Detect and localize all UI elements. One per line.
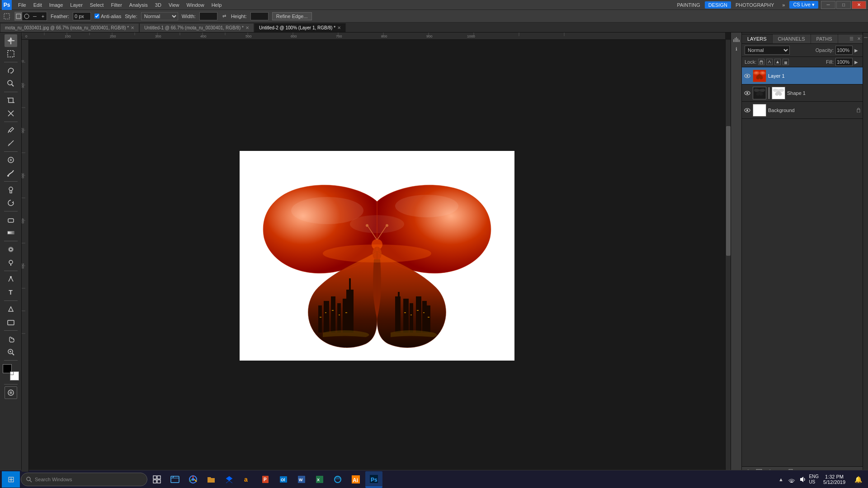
document-canvas[interactable] bbox=[240, 151, 514, 361]
taskbar-ie[interactable] bbox=[329, 471, 346, 488]
marquee-option-4[interactable]: + bbox=[39, 12, 47, 20]
fill-arrow[interactable]: ▶ bbox=[854, 59, 860, 65]
tab-paths[interactable]: PATHS bbox=[811, 34, 838, 43]
taskbar-illustrator[interactable]: Ai bbox=[347, 471, 364, 488]
zoom-tool[interactable] bbox=[5, 346, 17, 358]
crop-tool[interactable] bbox=[5, 94, 17, 107]
menu-file[interactable]: File bbox=[14, 1, 30, 9]
type-tool[interactable]: T bbox=[5, 286, 17, 299]
tab-0[interactable]: mota_ru_0030401.jpg @ 66.7% (mota_ru_003… bbox=[0, 23, 139, 32]
taskbar-clock[interactable]: 1:32 PM 5/12/2019 bbox=[821, 474, 848, 485]
photography-workspace-btn[interactable]: PHOTOGRAPHY bbox=[732, 1, 778, 9]
clone-stamp-tool[interactable] bbox=[5, 183, 17, 196]
menu-filter[interactable]: Filter bbox=[107, 1, 125, 9]
tab-2[interactable]: Untitled-2 @ 100% (Layer 1, RGB/8) * ✕ bbox=[254, 23, 346, 32]
blur-tool[interactable] bbox=[5, 243, 17, 256]
vertical-scrollbar[interactable] bbox=[725, 40, 731, 472]
tab-layers[interactable]: LAYERS bbox=[742, 34, 773, 43]
taskbar-amazon[interactable]: a bbox=[239, 471, 256, 488]
keyboard-icon[interactable]: ENG US bbox=[809, 474, 819, 485]
taskbar-powerpoint[interactable]: P bbox=[257, 471, 274, 488]
layer-item-layer1[interactable]: Layer 1 bbox=[742, 67, 863, 84]
gradient-tool[interactable] bbox=[5, 226, 17, 239]
eyedropper-tool[interactable] bbox=[5, 124, 17, 136]
hand-tool[interactable] bbox=[5, 333, 17, 345]
blend-mode-dropdown[interactable]: Normal Multiply Screen Overlay bbox=[745, 46, 790, 55]
taskbar-files[interactable] bbox=[203, 471, 220, 488]
layer-item-background[interactable]: Background bbox=[742, 102, 863, 119]
menu-image[interactable]: Image bbox=[46, 1, 67, 9]
info-btn[interactable]: ℹ bbox=[732, 44, 741, 53]
marquee-option-3[interactable]: ─ bbox=[31, 12, 38, 20]
menu-select[interactable]: Select bbox=[86, 1, 108, 9]
menu-help[interactable]: Help bbox=[208, 1, 226, 9]
panel-close-btn[interactable]: ✕ bbox=[855, 34, 863, 43]
swap-colors-btn[interactable] bbox=[10, 371, 14, 375]
refine-edge-button[interactable]: Refine Edge... bbox=[272, 12, 312, 20]
fill-input[interactable] bbox=[835, 58, 853, 66]
selection-tool[interactable] bbox=[5, 47, 17, 60]
opacity-input[interactable] bbox=[835, 46, 853, 55]
menu-layer[interactable]: Layer bbox=[66, 1, 86, 9]
move-tool[interactable] bbox=[5, 34, 17, 47]
lock-position-btn[interactable] bbox=[774, 59, 781, 65]
color-swatches[interactable] bbox=[3, 364, 19, 380]
ruler-tool[interactable] bbox=[5, 137, 17, 150]
shape1-visibility-icon[interactable] bbox=[744, 89, 751, 97]
path-selection-tool[interactable] bbox=[5, 303, 17, 315]
panel-menu-btn[interactable]: ☰ bbox=[848, 34, 855, 43]
lock-all-btn[interactable] bbox=[783, 59, 789, 65]
tab-2-close[interactable]: ✕ bbox=[337, 25, 341, 30]
background-visibility-icon[interactable] bbox=[744, 107, 751, 114]
cs-live-button[interactable]: CS Live ▾ bbox=[789, 1, 818, 9]
eraser-tool[interactable] bbox=[5, 213, 17, 226]
lock-transparent-btn[interactable] bbox=[758, 59, 764, 65]
marquee-option-2[interactable] bbox=[23, 12, 30, 20]
tab-channels[interactable]: CHANNELS bbox=[773, 34, 811, 43]
brush-tool[interactable] bbox=[5, 167, 17, 179]
taskbar-dropbox[interactable] bbox=[221, 471, 238, 488]
swap-dimensions-btn[interactable]: ⇄ bbox=[221, 12, 227, 20]
opacity-arrow[interactable]: ▶ bbox=[854, 47, 860, 54]
notification-btn[interactable]: 🔔 bbox=[850, 471, 866, 488]
height-input[interactable] bbox=[250, 12, 269, 20]
width-input[interactable] bbox=[199, 12, 217, 20]
taskbar-excel[interactable]: X bbox=[311, 471, 328, 488]
menu-analysis[interactable]: Analysis bbox=[126, 1, 151, 9]
menu-3d[interactable]: 3D bbox=[151, 1, 165, 9]
panel-scrollbar[interactable]: ▲ ▼ bbox=[863, 33, 868, 477]
network-icon[interactable] bbox=[787, 471, 796, 488]
panel-scroll-up[interactable]: ▲ bbox=[864, 37, 868, 38]
canvas-viewport[interactable] bbox=[29, 40, 725, 472]
layer1-visibility-icon[interactable] bbox=[744, 72, 751, 80]
healing-brush-tool[interactable] bbox=[5, 154, 17, 166]
taskbar-outlook[interactable]: Ol bbox=[275, 471, 292, 488]
taskbar-explorer[interactable] bbox=[166, 471, 184, 488]
quick-mask-btn[interactable] bbox=[5, 386, 17, 399]
history-brush-tool[interactable] bbox=[5, 197, 17, 209]
lock-image-btn[interactable] bbox=[766, 59, 773, 65]
histogram-btn[interactable] bbox=[732, 34, 741, 43]
taskbar-chrome[interactable] bbox=[184, 471, 202, 488]
v-scroll-thumb[interactable] bbox=[726, 126, 731, 256]
shape-tool[interactable] bbox=[5, 316, 17, 328]
taskbar-word[interactable]: W bbox=[293, 471, 310, 488]
canvas-area[interactable]: 0 100 200 300 400 500 600 700 800 900 10… bbox=[22, 33, 731, 477]
lasso-tool[interactable] bbox=[5, 64, 17, 77]
marquee-option-1[interactable] bbox=[15, 12, 22, 20]
task-view-btn[interactable] bbox=[148, 471, 165, 488]
feather-input[interactable] bbox=[73, 12, 91, 20]
quick-select-tool[interactable] bbox=[5, 77, 17, 90]
taskbar-search[interactable]: Search Windows bbox=[21, 473, 147, 486]
tab-0-close[interactable]: ✕ bbox=[131, 25, 134, 30]
menu-view[interactable]: View bbox=[165, 1, 183, 9]
layer-item-shape1[interactable]: Shape 1 bbox=[742, 84, 863, 102]
anti-alias-checkbox[interactable] bbox=[94, 14, 99, 19]
menu-window[interactable]: Window bbox=[183, 1, 208, 9]
close-btn[interactable]: ✕ bbox=[852, 1, 866, 9]
tab-1-close[interactable]: ✕ bbox=[245, 25, 249, 30]
volume-icon[interactable] bbox=[798, 471, 807, 488]
painting-workspace-btn[interactable]: PAINTING bbox=[674, 1, 704, 9]
maximize-btn[interactable]: □ bbox=[836, 1, 851, 9]
start-button[interactable]: ⊞ bbox=[2, 471, 20, 488]
